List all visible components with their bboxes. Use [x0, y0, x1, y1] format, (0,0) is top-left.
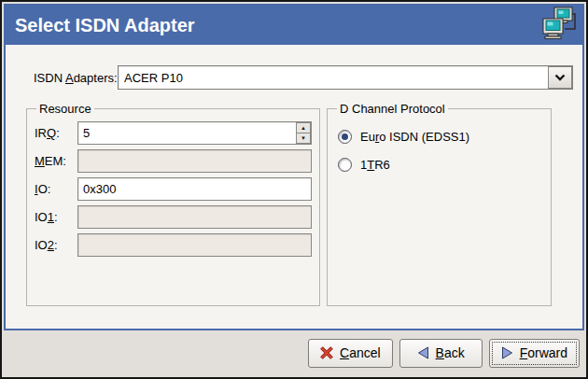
- radio-unselected-icon[interactable]: [338, 158, 352, 172]
- back-button[interactable]: Back: [399, 339, 483, 368]
- groups-row: Resource IRQ: ▲ ▼ MEM:: [26, 102, 573, 306]
- radio-euro-isdn-label: Euro ISDN (EDSS1): [360, 130, 469, 144]
- back-button-label: Back: [436, 345, 465, 360]
- dialog-content: ISDN Adapters: ACER P10 Resource IRQ:: [6, 45, 582, 329]
- dialog-frame: Select ISDN Adapter: [4, 4, 584, 330]
- io-input[interactable]: [77, 177, 312, 201]
- io2-row: IO2:: [35, 233, 312, 257]
- titlebar: Select ISDN Adapter: [6, 6, 582, 45]
- spin-down-icon[interactable]: ▼: [296, 133, 311, 144]
- button-bar: Cancel Back Forward: [4, 330, 584, 375]
- isdn-adapters-label: ISDN Adapters:: [26, 71, 118, 85]
- isdn-adapter-combobox[interactable]: ACER P10: [118, 65, 573, 90]
- arrow-right-icon: [501, 346, 513, 359]
- resource-group-legend: Resource: [36, 102, 94, 116]
- io2-input: [77, 233, 312, 257]
- cancel-button[interactable]: Cancel: [308, 339, 393, 368]
- irq-spin-buttons: ▲ ▼: [296, 122, 311, 144]
- forward-button-label: Forward: [520, 345, 567, 360]
- combobox-value: ACER P10: [119, 66, 548, 89]
- irq-spinner: ▲ ▼: [77, 121, 312, 145]
- forward-button[interactable]: Forward: [489, 339, 580, 368]
- isdn-adapter-row: ISDN Adapters: ACER P10: [26, 65, 573, 90]
- network-computers-icon: [541, 6, 577, 45]
- mem-label: MEM:: [35, 154, 77, 168]
- irq-input[interactable]: [77, 121, 312, 145]
- radio-1tr6-label: 1TR6: [360, 158, 390, 172]
- resource-group: Resource IRQ: ▲ ▼ MEM:: [26, 102, 320, 306]
- cancel-button-label: Cancel: [340, 345, 381, 360]
- io1-input: [77, 205, 312, 229]
- radio-euro-isdn[interactable]: Euro ISDN (EDSS1): [338, 130, 543, 144]
- dialog-window: Select ISDN Adapter: [0, 0, 588, 379]
- arrow-left-icon: [417, 346, 429, 359]
- io1-row: IO1:: [35, 205, 312, 229]
- io1-label: IO1:: [35, 210, 77, 224]
- combobox-dropdown-button[interactable]: [548, 66, 572, 89]
- d-channel-protocol-group: D Channel Protocol Euro ISDN (EDSS1) 1TR…: [327, 102, 552, 306]
- mem-input: [77, 149, 312, 173]
- d-channel-protocol-legend: D Channel Protocol: [337, 102, 448, 116]
- chevron-down-icon: [554, 74, 566, 81]
- io2-label: IO2:: [35, 238, 77, 252]
- radio-selected-icon[interactable]: [338, 130, 352, 144]
- radio-1tr6[interactable]: 1TR6: [338, 158, 543, 172]
- spin-up-icon[interactable]: ▲: [296, 122, 311, 133]
- irq-row: IRQ: ▲ ▼: [35, 121, 312, 145]
- red-x-icon: [320, 346, 333, 359]
- mem-row: MEM:: [35, 149, 312, 173]
- io-row: IO:: [35, 177, 312, 201]
- page-title: Select ISDN Adapter: [15, 15, 195, 36]
- io-label: IO:: [35, 182, 77, 196]
- irq-label: IRQ:: [35, 126, 77, 140]
